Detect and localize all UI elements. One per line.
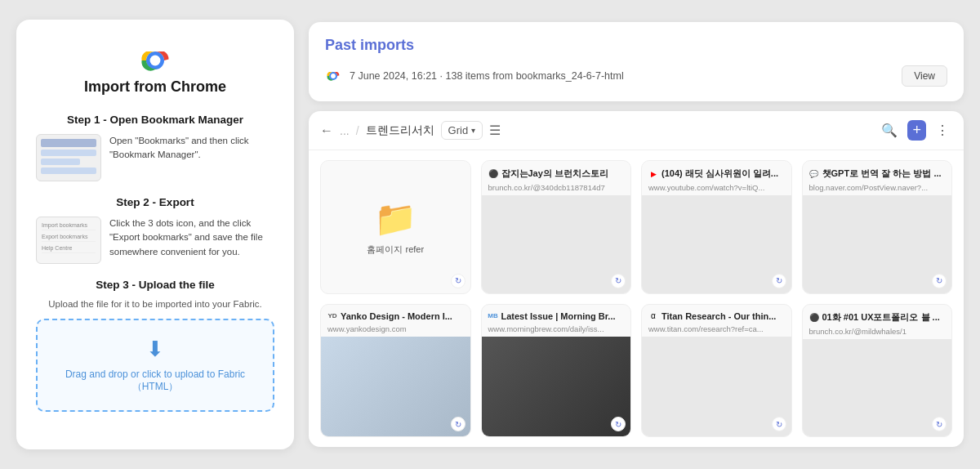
toolbar-slash: / [356, 124, 359, 137]
refresh-badge-0[interactable]: ↻ [451, 274, 466, 288]
favicon-5: MB [488, 311, 498, 321]
bookmark-url-3: blog.naver.com/PostView.naver?... [803, 183, 952, 195]
bookmark-title-1: 잡지는Jay의 브런치스토리 [501, 168, 608, 180]
bookmark-url-5: www.morningbrew.com/daily/iss... [482, 324, 631, 337]
bookmark-card-2[interactable]: ▶ (104) 래딧 심사위원이 일려... www.youtube.com/w… [641, 160, 792, 294]
bookmark-title-7: 01화 #01 UX포트폴리오 블 ... [822, 311, 940, 324]
favicon-7: ⚫ [809, 312, 819, 322]
import-separator: · [440, 70, 443, 82]
import-chrome-icon [325, 68, 341, 84]
favicon-6: α [648, 311, 658, 321]
bookmark-url-2: www.youtube.com/watch?v=ltiQ... [642, 183, 791, 195]
right-panel: Past imports 7 June 2024, 16:21 · 138 it… [309, 22, 964, 447]
refresh-badge-5[interactable]: ↻ [611, 417, 626, 431]
bookmark-title-2: (104) 래딧 심사위원이 일려... [662, 168, 778, 180]
favicon-1: ⚫ [488, 169, 498, 179]
add-button[interactable]: + [907, 120, 926, 141]
import-panel: Import from Chrome Step 1 - Open Bookmar… [16, 20, 294, 449]
step3-title: Step 3 - Upload the file [36, 279, 274, 291]
search-icon[interactable]: 🔍 [878, 119, 901, 141]
folder-icon: 📁 [374, 199, 416, 239]
past-imports-title: Past imports [325, 37, 947, 54]
step2-description: Click the 3 dots icon, and the click "Ex… [109, 217, 274, 259]
back-button[interactable]: ← [320, 123, 333, 138]
bookmarks-grid: 📁 홈페이지 refer ↻ ⚫ 잡지는Jay의 브런치스토리 brunch.c… [309, 150, 964, 447]
refresh-badge-3[interactable]: ↻ [932, 274, 947, 288]
refresh-badge-1[interactable]: ↻ [611, 274, 626, 288]
favicon-2: ▶ [648, 169, 658, 179]
browser-toolbar: ← ... / 트렌드리서치 Grid ▾ ☰ 🔍 + ⋮ [309, 111, 964, 150]
bookmark-thumb-5 [482, 337, 631, 437]
import-filename: bookmarks_24-6-7-html [516, 70, 624, 82]
bookmark-card-5[interactable]: MB Latest Issue | Morning Br... www.morn… [481, 304, 632, 438]
bookmark-thumb-4 [321, 337, 470, 437]
breadcrumb-dots[interactable]: ... [340, 124, 350, 137]
step2-title: Step 2 - Export [36, 196, 274, 208]
upload-zone[interactable]: ⬇ Drag and drop or click to upload to Fa… [36, 319, 274, 412]
grid-view-button[interactable]: Grid ▾ [441, 121, 483, 140]
step3-description: Upload the file for it to be imported in… [36, 299, 274, 309]
bookmark-url-6: www.titan.com/research?ref=ca... [642, 324, 791, 337]
import-from: from [492, 70, 513, 82]
step1-section: Step 1 - Open Bookmark Manager Open "Boo… [36, 114, 274, 181]
refresh-badge-4[interactable]: ↻ [451, 417, 466, 431]
past-imports-card: Past imports 7 June 2024, 16:21 · 138 it… [309, 22, 964, 101]
svg-point-2 [151, 56, 158, 64]
bookmark-card-1[interactable]: ⚫ 잡지는Jay의 브런치스토리 brunch.co.kr/@340dcb118… [481, 160, 632, 294]
bookmark-card-6[interactable]: α Titan Research - Our thin... www.titan… [641, 304, 792, 438]
bookmark-thumb-3 [803, 195, 952, 293]
step1-description: Open "Bookmarks" and then click "Bookmar… [109, 134, 274, 163]
svg-point-5 [332, 74, 335, 78]
bookmark-thumb-2 [642, 195, 791, 293]
bookmark-title-5: Latest Issue | Morning Br... [501, 311, 616, 321]
bookmark-card-7[interactable]: ⚫ 01화 #01 UX포트폴리오 블 ... brunch.co.kr/@mi… [802, 304, 953, 438]
import-date: 7 June 2024, 16:21 [350, 70, 437, 82]
refresh-badge-7[interactable]: ↻ [932, 417, 947, 431]
refresh-badge-6[interactable]: ↻ [772, 417, 786, 431]
import-title: Import from Chrome [84, 78, 226, 96]
folder-name: 홈페이지 refer [367, 243, 424, 256]
refresh-badge-2[interactable]: ↻ [772, 274, 786, 288]
favicon-4: YD [327, 311, 337, 321]
folder-card[interactable]: 📁 홈페이지 refer ↻ [320, 160, 471, 294]
bookmark-url-4: www.yankodesign.com [321, 324, 470, 337]
bookmark-card-4[interactable]: YD Yanko Design - Modern I... www.yankod… [320, 304, 471, 438]
grid-label: Grid [448, 124, 469, 136]
chrome-logo-icon [137, 42, 173, 78]
bookmark-thumb-6 [642, 337, 791, 437]
import-info: 7 June 2024, 16:21 · 138 items from book… [350, 70, 893, 82]
step3-section: Step 3 - Upload the file Upload the file… [36, 279, 274, 412]
bookmark-url-7: brunch.co.kr/@mildwhales/1 [803, 327, 952, 339]
more-options-icon[interactable]: ⋮ [933, 119, 952, 141]
bookmark-title-6: Titan Research - Our thin... [662, 311, 776, 321]
view-button[interactable]: View [902, 65, 947, 87]
upload-label: Drag and drop or click to upload to Fabr… [47, 368, 263, 394]
step1-title: Step 1 - Open Bookmark Manager [36, 114, 274, 126]
bookmark-thumb-1 [482, 195, 631, 293]
step1-image [36, 134, 101, 181]
bookmark-card-3[interactable]: 💬 챗GPT로 번역 잘 하는 방법 ... blog.naver.com/Po… [802, 160, 953, 294]
step2-image: Import bookmarks Export bookmarks Help C… [36, 217, 101, 264]
current-folder-label: 트렌드리서치 [366, 123, 434, 138]
bookmark-url-1: brunch.co.kr/@340dcb1187814d7 [482, 183, 631, 195]
favicon-3: 💬 [809, 169, 819, 179]
import-count: 138 items [446, 70, 490, 82]
upload-icon: ⬇ [146, 337, 164, 362]
step1-content: Open "Bookmarks" and then click "Bookmar… [36, 134, 274, 181]
step2-section: Step 2 - Export Import bookmarks Export … [36, 196, 274, 264]
chevron-down-icon: ▾ [471, 126, 475, 135]
bookmark-title-4: Yanko Design - Modern I... [341, 311, 452, 321]
browser-card: ← ... / 트렌드리서치 Grid ▾ ☰ 🔍 + ⋮ 📁 홈페이지 ref… [309, 111, 964, 447]
filter-icon[interactable]: ☰ [489, 123, 501, 138]
bookmark-title-3: 챗GPT로 번역 잘 하는 방법 ... [822, 168, 942, 180]
bookmark-thumb-7 [803, 339, 952, 437]
step2-content: Import bookmarks Export bookmarks Help C… [36, 217, 274, 264]
import-row: 7 June 2024, 16:21 · 138 items from book… [325, 65, 947, 87]
